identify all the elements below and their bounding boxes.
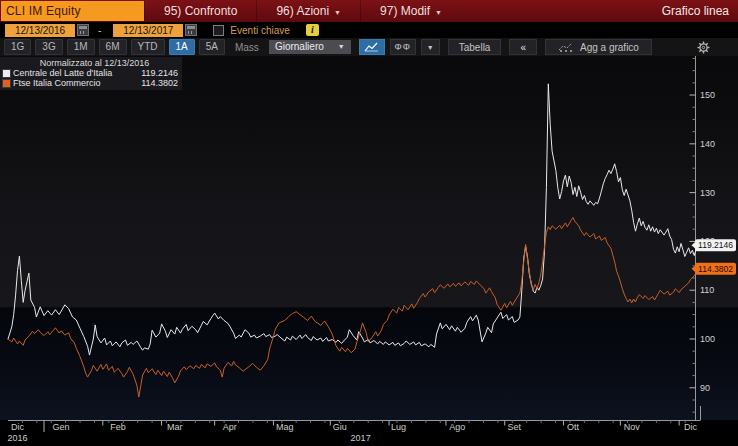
candle-chart-type-button[interactable]: ΦΦ [390, 39, 416, 55]
gear-icon [697, 41, 710, 54]
x-axis-month-label: Feb [110, 422, 126, 432]
chevron-down-icon: ▼ [334, 9, 341, 16]
tabella-button[interactable]: Tabella [448, 39, 502, 55]
legend-series-row[interactable]: Centrale del Latte d'Italia119.2146 [3, 68, 178, 78]
legend-title: Normalizzato al 12/13/2016 [3, 58, 178, 68]
range-button-6m[interactable]: 6M [99, 39, 127, 55]
agg-a-grafico-button[interactable]: Agg a grafico [545, 39, 652, 55]
y-axis-tick-label: 130 [700, 188, 715, 198]
chart-legend: Normalizzato al 12/13/2016 Centrale del … [0, 57, 182, 90]
agg-a-grafico-label: Agg a grafico [580, 42, 639, 53]
candlestick-icon: ΦΦ [395, 42, 411, 52]
chevron-down-icon: ▼ [427, 44, 434, 51]
x-axis-month-label: Set [507, 422, 521, 432]
range-button-ytd[interactable]: YTD [131, 39, 165, 55]
x-axis-month-label: Gen [53, 422, 70, 432]
y-axis-tick-label: 110 [700, 285, 714, 295]
x-axis-month-label: Mar [167, 422, 183, 432]
security-ticker-field[interactable]: CLI IM Equity [1, 1, 144, 21]
chart-toolbar: 1G3G1M6MYTD1A5A Mass Giornaliero ▼ ΦΦ ▼ … [0, 38, 738, 56]
chevron-down-icon: ▼ [435, 9, 442, 16]
range-button-1g[interactable]: 1G [4, 39, 31, 55]
y-axis-tick-label: 100 [700, 334, 715, 344]
end-date-input[interactable]: 12/13/2017 [113, 24, 183, 37]
collapse-panel-button[interactable]: « [509, 39, 537, 55]
y-axis-tick-label: 150 [700, 90, 715, 100]
range-button-5a[interactable]: 5A [199, 39, 225, 55]
mini-chart-icon [558, 42, 574, 52]
eventi-chiave-label: Eventi chiave [230, 25, 289, 36]
calendar-icon[interactable] [77, 24, 89, 36]
x-axis-month-label: Giu [333, 422, 347, 432]
range-button-3g[interactable]: 3G [35, 39, 62, 55]
chart-type-dropdown[interactable]: ▼ [421, 39, 440, 55]
legend-series-label: Ftse Italia Commercio [13, 78, 137, 88]
bloomberg-line-chart-screen: { "header": { "security": "CLI IM Equity… [0, 0, 738, 446]
menu-bar: 95) Confronto96) Azioni▼97) Modif▼ [144, 0, 461, 22]
settings-button[interactable] [697, 40, 710, 54]
x-axis-month-label: Mag [276, 422, 294, 432]
legend-swatch-icon [3, 70, 10, 77]
start-date-input[interactable]: 12/13/2016 [5, 24, 75, 37]
x-axis-month-label: Dic [684, 422, 697, 432]
x-axis-month-label: Ago [449, 422, 465, 432]
price-chart[interactable]: 90100110120130140150DicGenFebMarAprMagGi… [0, 56, 738, 446]
range-button-1a[interactable]: 1A [169, 39, 195, 55]
chart-background [0, 56, 738, 420]
x-axis-year-label: 2016 [7, 433, 27, 443]
legend-series-value: 119.2146 [141, 68, 178, 78]
x-axis-month-label: Dic [11, 422, 24, 432]
date-separator: - [98, 25, 101, 36]
legend-swatch-icon [3, 80, 10, 87]
legend-series-value: 114.3802 [141, 78, 178, 88]
frequency-dropdown[interactable]: Giornaliero ▼ [269, 40, 351, 54]
y-axis-tick-label: 140 [700, 139, 715, 149]
date-range-row: 12/13/2016 - 12/13/2017 Eventi chiave i [0, 22, 738, 38]
x-axis-month-label: Nov [624, 422, 641, 432]
x-axis-year-label: 2017 [351, 433, 371, 443]
menu-item-97-modif[interactable]: 97) Modif▼ [360, 0, 461, 22]
frequency-label: Giornaliero [275, 40, 324, 54]
y-axis-tick-label: 90 [700, 383, 710, 393]
menu-item-95-confronto[interactable]: 95) Confronto [144, 0, 256, 22]
line-chart-type-button[interactable] [359, 39, 385, 55]
legend-series-label: Centrale del Latte d'Italia [13, 68, 137, 78]
top-menu-bar: CLI IM Equity 95) Confronto96) Azioni▼97… [0, 0, 738, 22]
menu-item-96-azioni[interactable]: 96) Azioni▼ [256, 0, 360, 22]
range-button-mass[interactable]: Mass [235, 42, 259, 53]
line-chart-icon [364, 42, 379, 52]
last-price-badge-value: 114.3802 [698, 264, 733, 274]
x-axis-month-label: Ott [567, 422, 580, 432]
eventi-chiave-checkbox[interactable] [213, 25, 224, 36]
range-button-1m[interactable]: 1M [67, 39, 95, 55]
legend-series-row[interactable]: Ftse Italia Commercio114.3802 [3, 78, 178, 88]
calendar-icon[interactable] [185, 24, 197, 36]
page-title: Grafico linea [662, 4, 738, 18]
chevron-down-icon: ▼ [338, 40, 345, 54]
x-axis-month-label: Lug [391, 422, 406, 432]
range-buttons: 1G3G1M6MYTD1A5A [0, 39, 225, 55]
last-price-badge-value: 119.2146 [698, 240, 733, 250]
x-axis-month-label: Apr [223, 422, 237, 432]
info-icon[interactable]: i [306, 24, 319, 36]
